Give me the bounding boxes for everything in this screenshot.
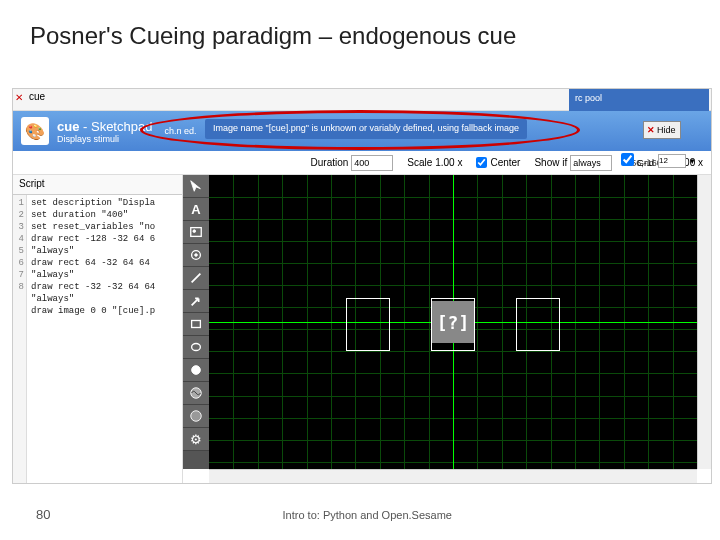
fixation-tool-icon[interactable] — [183, 244, 209, 267]
showif-field: Show if — [534, 155, 612, 171]
grid-checkbox[interactable]: Grid — [621, 153, 654, 168]
grid-dropdown-icon[interactable]: ▾ — [690, 156, 695, 166]
warning-message: Image name "[cue].png" is unknown or var… — [205, 119, 527, 139]
svg-point-7 — [192, 366, 201, 375]
page-number: 80 — [36, 507, 50, 522]
tab-bar: ✕ cue rc pool — [13, 89, 711, 111]
ellipse-tool-icon[interactable] — [183, 336, 209, 359]
slide-title: Posner's Cueing paradigm – endogenous cu… — [0, 0, 720, 58]
svg-rect-5 — [192, 321, 201, 328]
circle-tool-icon[interactable] — [183, 359, 209, 382]
image-tool-icon[interactable] — [183, 221, 209, 244]
duration-input[interactable] — [351, 155, 393, 171]
close-icon[interactable]: ✕ — [15, 92, 25, 102]
item-title: cue - Sketchpad — [57, 119, 152, 134]
horizontal-scrollbar[interactable] — [209, 469, 697, 483]
noise-tool-icon[interactable] — [183, 405, 209, 428]
tool-palette: A ⚙ — [183, 175, 209, 469]
header-extra: ch.n ed. — [164, 126, 196, 136]
canvas-area: Grid ▾ A ⚙ — [183, 175, 711, 483]
main-area: Script 1234 5 6 78 set description "Disp… — [13, 175, 711, 483]
gabor-tool-icon[interactable] — [183, 382, 209, 405]
app-window: ✕ cue rc pool ▾ 🎨 cue - Sketchpad Displa… — [12, 88, 712, 484]
tab-pool[interactable]: rc pool — [569, 89, 709, 111]
duration-field: Duration — [311, 155, 394, 171]
sketchpad-toolbar: Duration Scale 1.00 x Center Show if 256… — [13, 151, 711, 175]
gear-tool-icon[interactable]: ⚙ — [183, 428, 209, 451]
center-checkbox[interactable]: Center — [476, 157, 520, 168]
svg-point-9 — [191, 411, 202, 422]
script-panel: Script 1234 5 6 78 set description "Disp… — [13, 175, 183, 483]
item-subtitle: Displays stimuli — [57, 134, 152, 144]
stimulus-rect-left[interactable] — [346, 298, 390, 351]
script-tab[interactable]: Script — [13, 175, 182, 195]
line-numbers: 1234 5 6 78 — [13, 195, 27, 483]
svg-point-6 — [192, 344, 201, 351]
svg-point-3 — [195, 254, 198, 257]
svg-line-4 — [192, 274, 201, 283]
hide-button[interactable]: ✕ Hide — [643, 121, 681, 139]
line-tool-icon[interactable] — [183, 267, 209, 290]
close-icon: ✕ — [647, 125, 655, 135]
pointer-tool-icon[interactable] — [183, 175, 209, 198]
header-bar: 🎨 cue - Sketchpad Displays stimuli ch.n … — [13, 111, 711, 151]
tab-cue[interactable]: ✕ cue — [15, 91, 45, 102]
tab-label: cue — [29, 91, 45, 102]
scale-label: Scale 1.00 x — [407, 157, 462, 168]
rect-tool-icon[interactable] — [183, 313, 209, 336]
stimulus-rect-right[interactable] — [516, 298, 560, 351]
footer-text: Intro to: Python and Open.Sesame — [50, 509, 684, 521]
svg-rect-0 — [191, 228, 202, 237]
grid-size-input[interactable] — [658, 154, 686, 168]
script-editor[interactable]: set description "Displaset duration "400… — [27, 195, 182, 483]
text-tool-icon[interactable]: A — [183, 198, 209, 221]
vertical-scrollbar[interactable] — [697, 175, 711, 469]
sketchpad-icon: 🎨 — [21, 117, 49, 145]
showif-input[interactable] — [570, 155, 612, 171]
placeholder-image[interactable]: [?] — [432, 301, 474, 343]
svg-point-1 — [193, 230, 196, 233]
arrow-tool-icon[interactable] — [183, 290, 209, 313]
slide-footer: 80 Intro to: Python and Open.Sesame — [0, 507, 720, 522]
sketchpad-canvas[interactable]: [?] — [209, 175, 697, 469]
